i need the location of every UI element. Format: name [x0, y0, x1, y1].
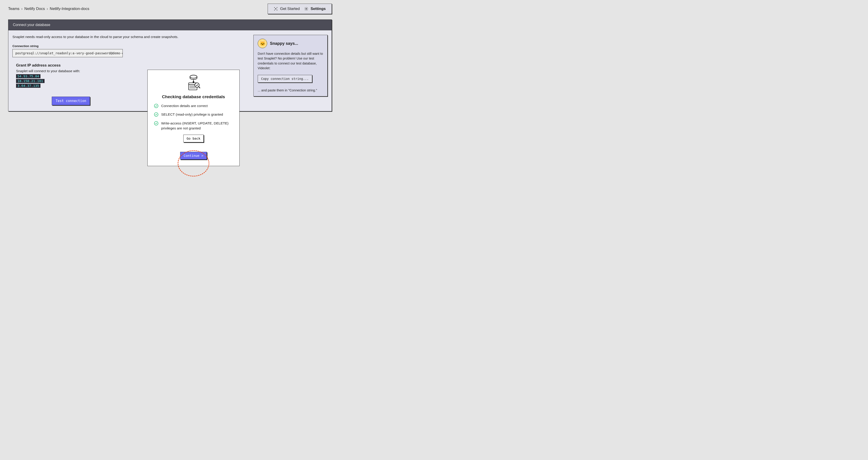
modal-title: Checking database credentials [153, 94, 234, 99]
check-item: SELECT (read-only) privilege is granted [154, 112, 233, 117]
continue-button[interactable]: Continue > [180, 152, 207, 160]
check-circle-icon [154, 121, 158, 125]
connection-string-input[interactable]: postgresql://snaplet_readonly:a-very-goo… [12, 49, 123, 57]
database-check-icon [185, 75, 202, 92]
check-text: SELECT (read-only) privilege is granted [161, 112, 223, 117]
get-started-label: Get Started [280, 6, 300, 11]
chevron-right-icon: › [21, 6, 23, 11]
go-back-button[interactable]: Go back [183, 135, 204, 142]
snappy-avatar-icon: 🐱 [258, 39, 267, 48]
copy-connection-string-button[interactable]: Copy connection string... [258, 75, 312, 83]
credentials-modal: Checking database credentials Connection… [147, 70, 240, 166]
test-connection-button[interactable]: Test connection [52, 96, 90, 105]
svg-point-4 [193, 82, 194, 83]
get-started-button[interactable]: Get Started [272, 6, 302, 12]
svg-point-0 [276, 8, 276, 9]
snappy-footer: ... and paste them in "Connection string… [258, 88, 323, 92]
gear-icon [304, 7, 308, 11]
check-item: Write-access (INSERT, UPDATE, DELETE) pr… [154, 121, 233, 131]
grant-ip-title: Grant IP address access [16, 63, 245, 68]
check-text: Connection details are correct [161, 104, 208, 108]
top-actions: Get Started Settings [268, 4, 332, 14]
check-circle-icon [154, 112, 158, 117]
svg-point-10 [195, 83, 199, 87]
svg-point-2 [190, 75, 197, 78]
check-circle-icon [154, 104, 158, 108]
settings-label: Settings [311, 6, 326, 11]
svg-line-11 [198, 87, 200, 88]
settings-button[interactable]: Settings [302, 6, 328, 12]
ip-address: 54.93.75.84 [16, 74, 40, 78]
breadcrumb-item[interactable]: Netlify Docs [24, 6, 45, 11]
snappy-card: 🐱 Snappy says... Don't have connection d… [253, 35, 328, 96]
breadcrumb: Teams › Netlify Docs › Netlify-Integrati… [8, 6, 89, 11]
ip-address: 18.158.21.101 [16, 79, 44, 83]
snappy-title: Snappy says... [270, 41, 298, 46]
panel-title: Connect your database [8, 20, 332, 30]
ip-address: 3.64.37.135 [16, 84, 40, 88]
connection-string-label: Connection string [12, 45, 245, 48]
check-text: Write-access (INSERT, UPDATE, DELETE) pr… [161, 121, 233, 131]
breadcrumb-item[interactable]: Netlify-Integration-docs [50, 6, 89, 11]
chevron-right-icon: › [46, 6, 48, 11]
panel-description: Snaplet needs read-only access to your d… [12, 35, 245, 39]
snappy-text: Don't have connection details but still … [258, 51, 323, 71]
svg-point-1 [306, 8, 307, 9]
breadcrumb-item[interactable]: Teams [8, 6, 20, 11]
scan-icon [274, 7, 278, 11]
check-item: Connection details are correct [154, 104, 233, 108]
